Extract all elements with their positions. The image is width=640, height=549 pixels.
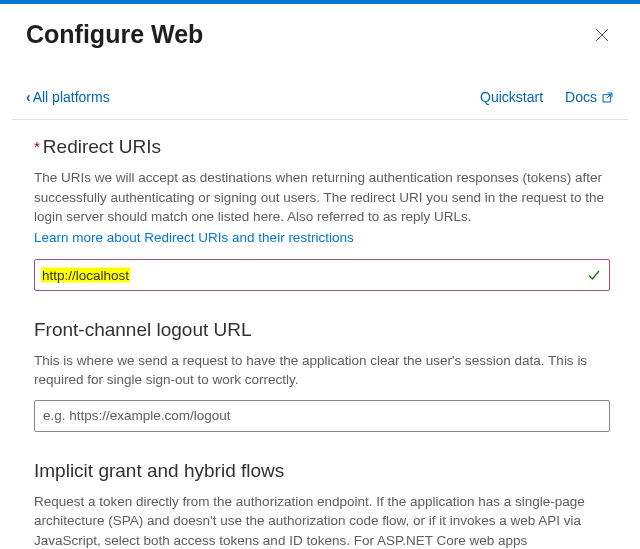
logout-url-input-wrapper xyxy=(34,400,610,432)
redirect-uri-input[interactable] xyxy=(41,260,579,290)
logout-url-input[interactable] xyxy=(43,401,601,431)
back-label: All platforms xyxy=(33,89,110,105)
back-link[interactable]: ‹ All platforms xyxy=(26,89,110,105)
close-button[interactable] xyxy=(588,21,616,49)
docs-link[interactable]: Docs xyxy=(565,89,614,105)
section-title-implicit: Implicit grant and hybrid flows xyxy=(34,460,284,482)
section-title-redirect: Redirect URIs xyxy=(43,136,161,158)
redirect-uris-section: * Redirect URIs The URIs we will accept … xyxy=(34,136,610,291)
content-scroll[interactable]: * Redirect URIs The URIs we will accept … xyxy=(12,120,632,548)
chevron-left-icon: ‹ xyxy=(26,89,31,105)
required-asterisk: * xyxy=(34,139,40,154)
logout-description: This is where we send a request to have … xyxy=(34,351,610,390)
redirect-description: The URIs we will accept as destinations … xyxy=(34,168,610,227)
checkmark-icon xyxy=(587,268,601,282)
panel-header: Configure Web xyxy=(8,4,632,59)
learn-more-redirect[interactable]: Learn more about Redirect URIs and their… xyxy=(34,230,354,245)
close-icon xyxy=(595,28,609,42)
implicit-description: Request a token directly from the author… xyxy=(34,492,610,548)
implicit-grant-section: Implicit grant and hybrid flows Request … xyxy=(34,460,610,548)
page-title: Configure Web xyxy=(26,20,203,49)
section-title-logout: Front-channel logout URL xyxy=(34,319,252,341)
quickstart-link[interactable]: Quickstart xyxy=(480,89,543,105)
external-link-icon xyxy=(601,91,614,104)
logout-url-section: Front-channel logout URL This is where w… xyxy=(34,319,610,432)
sub-header: ‹ All platforms Quickstart Docs xyxy=(8,59,632,115)
redirect-uri-input-wrapper: http://localhost xyxy=(34,259,610,291)
